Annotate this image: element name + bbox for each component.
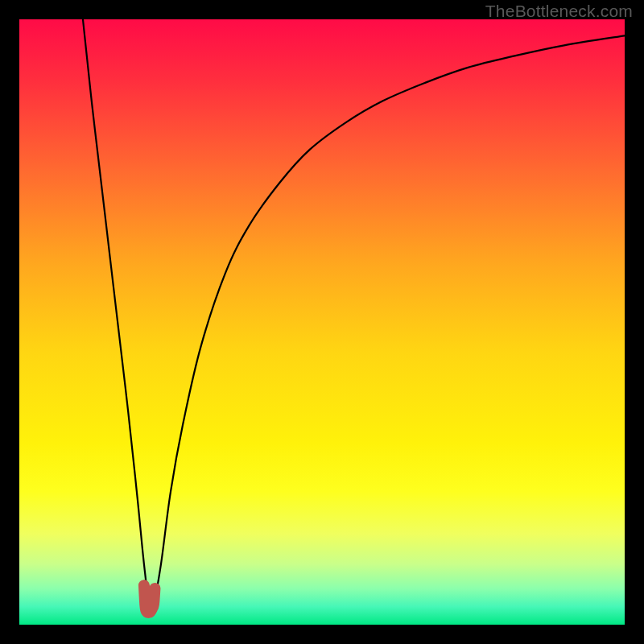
watermark-text: TheBottleneck.com <box>485 2 633 21</box>
gradient-background <box>19 19 625 625</box>
chart-svg <box>19 19 625 625</box>
outer-frame: TheBottleneck.com <box>0 0 644 644</box>
series-red-dip-marker <box>144 585 155 613</box>
plot-area <box>19 19 625 625</box>
